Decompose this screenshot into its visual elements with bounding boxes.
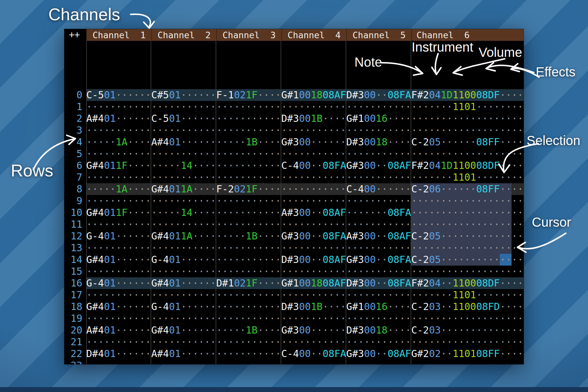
pattern-row[interactable]: 11······································… bbox=[64, 219, 524, 230]
pattern-cell[interactable]: D#30018···· bbox=[346, 136, 411, 148]
pattern-cell[interactable]: ··········· bbox=[281, 219, 346, 230]
channel-header-6[interactable]: Channel 6 bbox=[411, 29, 524, 41]
pattern-cell[interactable]: G-401······ bbox=[86, 277, 151, 289]
pattern-cell[interactable]: ··········· bbox=[216, 207, 281, 219]
pattern-cell[interactable]: ··········· bbox=[346, 101, 411, 113]
pattern-cell[interactable]: D#3001B···· bbox=[281, 301, 346, 313]
pattern-cell[interactable]: ··········· bbox=[281, 124, 346, 136]
pattern-cell[interactable]: ··········· bbox=[216, 289, 281, 301]
pattern-row[interactable]: 16G-401······G#401······D#1021F····G#100… bbox=[64, 277, 524, 289]
channel-header-4[interactable]: Channel 4 bbox=[281, 29, 346, 41]
pattern-cell[interactable]: A#401······ bbox=[86, 324, 151, 336]
pattern-cell[interactable]: ·······1101········ bbox=[411, 289, 524, 301]
pattern-cell[interactable]: ··················· bbox=[411, 124, 524, 136]
pattern-cell[interactable]: A#300··08AF bbox=[346, 230, 411, 242]
pattern-cell[interactable]: ··········· bbox=[151, 195, 216, 207]
pattern-cell[interactable]: C-501······ bbox=[86, 89, 151, 101]
pattern-cell[interactable]: ··········· bbox=[216, 160, 281, 172]
pattern-cell[interactable]: G#202··110108FF···· bbox=[411, 348, 524, 360]
pattern-cell[interactable]: ·····1B···· bbox=[216, 324, 281, 336]
pattern-cell[interactable]: G#300······ bbox=[281, 324, 346, 336]
pattern-row[interactable]: 4·····1A····A#401···········1B····G#300·… bbox=[64, 136, 524, 148]
pattern-cell[interactable]: C#501······ bbox=[151, 89, 216, 101]
pattern-cell[interactable]: ··········· bbox=[216, 360, 281, 364]
pattern-cell[interactable]: G#300··08AF bbox=[346, 348, 411, 360]
pattern-cell[interactable]: ·····14···· bbox=[151, 207, 216, 219]
pattern-cell[interactable]: ··········· bbox=[86, 219, 151, 230]
pattern-cell[interactable]: ··········· bbox=[86, 266, 151, 277]
pattern-cell[interactable]: ··········· bbox=[346, 360, 411, 364]
pattern-cell[interactable]: ·······1101········ bbox=[411, 101, 524, 113]
pattern-cell[interactable]: ··········· bbox=[281, 266, 346, 277]
pattern-cell[interactable]: C-205·············· bbox=[411, 230, 524, 242]
pattern-cell[interactable]: ··········· bbox=[346, 242, 411, 254]
pattern-row[interactable]: 15······································… bbox=[64, 266, 524, 277]
pattern-row[interactable]: 9·······································… bbox=[64, 195, 524, 207]
pattern-cell[interactable]: ··········· bbox=[151, 172, 216, 183]
pattern-row[interactable]: 1·······································… bbox=[64, 101, 524, 113]
pattern-cell[interactable]: ··········· bbox=[281, 289, 346, 301]
pattern-row[interactable]: 7·······································… bbox=[64, 172, 524, 183]
pattern-cell[interactable]: G#4011F···· bbox=[86, 207, 151, 219]
pattern-row[interactable]: 2A#401······C-501·················D#3001… bbox=[64, 113, 524, 124]
pattern-cell[interactable]: ··················· bbox=[411, 313, 524, 324]
pattern-cell[interactable]: G#401······ bbox=[86, 254, 151, 266]
pattern-cell[interactable]: ··········· bbox=[151, 360, 216, 364]
pattern-cell[interactable]: G#4011A···· bbox=[151, 183, 216, 195]
pattern-cell[interactable]: ··········· bbox=[86, 195, 151, 207]
pattern-cell[interactable]: ··········· bbox=[151, 336, 216, 348]
pattern-row[interactable]: 21······································… bbox=[64, 336, 524, 348]
pattern-cell[interactable]: ··········· bbox=[86, 289, 151, 301]
pattern-cell[interactable]: C-400······ bbox=[346, 183, 411, 195]
pattern-row[interactable]: 6G#4011F·········14···············C-400·… bbox=[64, 160, 524, 172]
pattern-cell[interactable]: ··········· bbox=[151, 219, 216, 230]
pattern-cell[interactable]: ··········· bbox=[216, 242, 281, 254]
pattern-cell[interactable]: G#401······ bbox=[151, 277, 216, 289]
pattern-cell[interactable]: ··········· bbox=[151, 124, 216, 136]
pattern-cell[interactable]: ··················· bbox=[411, 219, 524, 230]
pattern-cell[interactable]: ··········· bbox=[151, 313, 216, 324]
pattern-cell[interactable]: F#2041D110008DF···· bbox=[411, 160, 524, 172]
pattern-cell[interactable]: C-206······08FF···· bbox=[411, 183, 524, 195]
pattern-cell[interactable]: G#300··08AF bbox=[346, 160, 411, 172]
pattern-cell[interactable]: ··········· bbox=[281, 336, 346, 348]
pattern-cell[interactable]: G#300······ bbox=[281, 136, 346, 148]
pattern-row[interactable]: 13······································… bbox=[64, 242, 524, 254]
pattern-cell[interactable]: ·····1A···· bbox=[86, 136, 151, 148]
pattern-row[interactable]: 5·······································… bbox=[64, 148, 524, 160]
pattern-cell[interactable]: D#401······ bbox=[86, 348, 151, 360]
pattern-cell[interactable]: A#401······ bbox=[151, 136, 216, 148]
pattern-cell[interactable]: C-205·············· bbox=[411, 254, 524, 266]
pattern-cell[interactable]: ··········· bbox=[216, 101, 281, 113]
pattern-cell[interactable]: C-203··110008FD···· bbox=[411, 301, 524, 313]
pattern-cell[interactable]: ··········· bbox=[346, 313, 411, 324]
pattern-cell[interactable]: G#300··08FA bbox=[346, 254, 411, 266]
pattern-cell[interactable]: ··········· bbox=[216, 113, 281, 124]
pattern-cell[interactable]: ··········· bbox=[216, 124, 281, 136]
pattern-cell[interactable]: ··········· bbox=[86, 148, 151, 160]
pattern-cell[interactable]: G#10016···· bbox=[346, 301, 411, 313]
pattern-cell[interactable]: D#300··08FA bbox=[346, 89, 411, 101]
pattern-cell[interactable]: D#1021F···· bbox=[216, 277, 281, 289]
pattern-cell[interactable]: ··········· bbox=[151, 101, 216, 113]
pattern-cell[interactable]: ··········· bbox=[281, 313, 346, 324]
pattern-cell[interactable]: ··········· bbox=[216, 348, 281, 360]
pattern-cell[interactable]: G#300··08FA bbox=[281, 230, 346, 242]
channel-header-1[interactable]: Channel 1 bbox=[86, 29, 151, 41]
row-column-header[interactable]: ++ bbox=[64, 29, 86, 41]
pattern-cell[interactable]: ··········· bbox=[281, 148, 346, 160]
pattern-cell[interactable]: C-400··08FA bbox=[281, 160, 346, 172]
pattern-cell[interactable]: G#4011A···· bbox=[151, 230, 216, 242]
pattern-row[interactable]: 23······································… bbox=[64, 360, 524, 364]
pattern-cell[interactable]: ··········· bbox=[281, 242, 346, 254]
pattern-cell[interactable]: C-203·············· bbox=[411, 324, 524, 336]
pattern-cell[interactable]: ··················· bbox=[411, 207, 524, 219]
pattern-cell[interactable]: ··················· bbox=[411, 148, 524, 160]
pattern-cell[interactable]: ··········· bbox=[216, 219, 281, 230]
pattern-cell[interactable]: ··········· bbox=[216, 254, 281, 266]
pattern-row[interactable]: 10G#4011F·········14···············A#300… bbox=[64, 207, 524, 219]
pattern-cell[interactable]: A#401······ bbox=[151, 348, 216, 360]
pattern-cell[interactable]: ··········· bbox=[216, 266, 281, 277]
pattern-cell[interactable]: ··········· bbox=[346, 289, 411, 301]
pattern-row[interactable]: 8·····1A····G#4011A····F-2021F··········… bbox=[64, 183, 524, 195]
